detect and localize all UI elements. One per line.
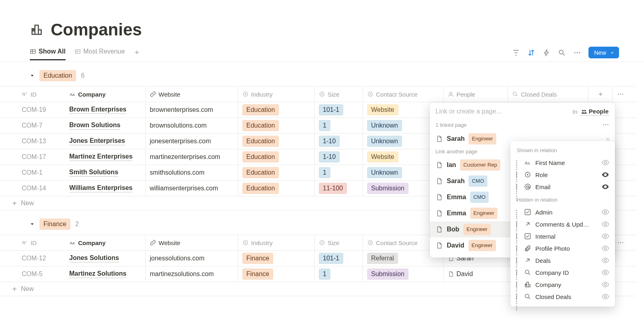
cell-people[interactable]: David [444,266,508,282]
drag-handle-icon[interactable] [516,222,520,227]
visibility-toggle-icon[interactable] [601,208,609,216]
cell-size[interactable]: 101-1 [315,102,363,118]
relation-property-row[interactable]: Company [512,278,613,291]
relation-property-row[interactable]: Internal [512,230,613,242]
drag-handle-icon[interactable] [516,270,520,275]
sort-icon[interactable] [527,49,535,57]
group-toggle-icon[interactable] [30,222,35,227]
column-options-button[interactable] [613,87,629,102]
cell-industry[interactable]: Education [238,165,315,180]
tab-most-revenue[interactable]: Most Revenue [74,48,125,60]
relation-options-icon[interactable] [602,121,609,128]
visibility-toggle-icon[interactable] [601,171,609,179]
visibility-toggle-icon[interactable] [601,293,609,301]
automations-icon[interactable] [543,49,551,57]
visibility-toggle-icon[interactable] [601,183,609,191]
visibility-toggle-icon[interactable] [601,159,609,167]
add-column-button[interactable] [588,87,613,102]
visibility-toggle-icon[interactable] [601,268,609,276]
visibility-toggle-icon[interactable] [601,280,609,289]
cell-website[interactable]: brownenterprises.com [146,102,238,118]
search-icon[interactable] [558,49,566,57]
cell-size[interactable]: 101-1 [315,251,363,266]
relation-property-row[interactable]: Profile Photo [512,242,613,254]
add-view-button[interactable] [134,49,140,60]
group-toggle-icon[interactable] [30,73,35,78]
relation-property-row[interactable]: Deals [512,254,613,266]
cell-industry[interactable]: Education [238,102,315,118]
link-another-label: Link another page [436,148,477,155]
cell-size[interactable]: 1-10 [315,134,363,149]
column-options-button[interactable] [613,235,629,250]
cell-website[interactable]: jonessolutions.com [146,251,238,266]
relation-property-row[interactable]: Closed Deals [512,291,613,303]
property-label: Deals [535,257,551,264]
linked-section-label: 1 linked page [436,122,466,128]
relation-search-input[interactable] [436,108,540,115]
property-type-icon [524,171,531,178]
companies-icon [30,23,43,37]
drag-handle-icon[interactable] [516,294,520,299]
drag-handle-icon[interactable] [516,258,520,263]
cell-website[interactable]: martinezenterprises.com [146,149,238,165]
cell-industry[interactable]: Education [238,118,315,133]
cell-size[interactable]: 1-10 [315,149,363,165]
relation-target-chip[interactable]: In People [572,107,609,116]
drag-handle-icon[interactable] [516,246,520,251]
cell-industry[interactable]: Finance [238,251,315,266]
drag-handle-icon[interactable] [516,160,520,165]
cell-industry[interactable]: Education [238,134,315,149]
view-tabs: Show All Most Revenue [30,48,140,60]
cell-website[interactable]: smithsolutions.com [146,165,238,180]
cell-id: COM-5 [0,266,65,282]
visibility-toggle-icon[interactable] [601,256,609,264]
cell-website[interactable]: martinezsolutions.com [146,266,238,282]
drag-handle-icon[interactable] [516,234,520,239]
cell-industry[interactable]: Education [238,181,315,196]
property-label: Email [535,184,551,190]
cell-company[interactable]: Martinez Solutions [65,266,146,282]
drag-handle-icon[interactable] [516,184,520,190]
filter-icon[interactable] [512,49,520,57]
drag-handle-icon[interactable] [516,210,520,215]
group-tag[interactable]: Finance [39,219,70,230]
visibility-toggle-icon[interactable] [601,232,609,240]
cell-size[interactable]: 1 [315,165,363,180]
drag-handle-icon[interactable] [516,282,520,287]
relation-property-row[interactable]: Email [512,181,613,193]
cell-company[interactable]: Martinez Enterprises [65,149,146,165]
drag-handle-icon[interactable] [516,172,520,177]
cell-industry[interactable]: Education [238,149,315,165]
property-label: Closed Deals [535,293,571,300]
cell-company[interactable]: Jones Enterprises [65,134,146,149]
cell-company[interactable]: Smith Solutions [65,165,146,180]
cell-company[interactable]: Brown Enterprises [65,102,146,118]
property-type-icon [524,293,531,300]
cell-company[interactable]: Jones Solutions [65,251,146,266]
relation-property-row[interactable]: Role [512,169,613,181]
cell-id: COM-13 [0,134,65,149]
visibility-toggle-icon[interactable] [601,220,609,228]
group-tag[interactable]: Education [39,70,76,81]
visibility-toggle-icon[interactable] [601,244,609,252]
cell-website[interactable]: jonesenterprises.com [146,134,238,149]
cell-size[interactable]: 1 [315,266,363,282]
cell-website[interactable]: brownsolutions.com [146,118,238,133]
property-label: Company ID [535,269,569,276]
relation-property-row[interactable]: Admin [512,206,613,218]
cell-company[interactable]: Brown Solutions [65,118,146,133]
cell-size[interactable]: 1 [315,118,363,133]
more-icon[interactable] [573,49,581,57]
tab-show-all[interactable]: Show All [30,48,66,60]
cell-website[interactable]: williamsenterprises.com [146,181,238,196]
relation-property-row[interactable]: Company ID [512,266,613,278]
relation-property-row[interactable]: First Name [512,157,613,169]
relation-property-row[interactable]: Comments & Upd… [512,218,613,230]
cell-size[interactable]: 11-100 [315,181,363,196]
cell-id: COM-17 [0,149,65,165]
cell-company[interactable]: Williams Enterprises [65,181,146,196]
cell-industry[interactable]: Finance [238,266,315,282]
cell-contact-source[interactable]: Submission [363,266,444,282]
new-button[interactable]: New [588,47,619,58]
property-type-icon [524,233,531,240]
